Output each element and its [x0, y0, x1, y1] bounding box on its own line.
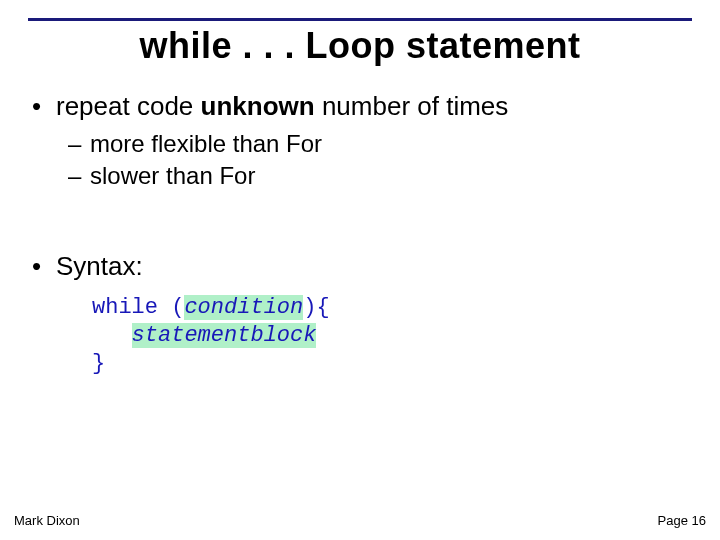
footer: Mark Dixon Page 16: [14, 513, 706, 528]
sub-list: – more flexible than For – slower than F…: [68, 128, 692, 193]
bullet-text-bold: unknown: [201, 91, 315, 121]
sub-text: more flexible than For: [90, 128, 322, 160]
sub-text: slower than For: [90, 160, 255, 192]
code-placeholder: statementblock: [132, 323, 317, 348]
bullet-text: Syntax:: [56, 251, 692, 282]
code-line: statementblock: [92, 322, 692, 350]
code-line: while (condition){: [92, 294, 692, 322]
bullet-item: • Syntax:: [28, 251, 692, 282]
code-block: while (condition){ statementblock }: [92, 294, 692, 378]
bullet-text-post: number of times: [315, 91, 509, 121]
bullet-text-pre: Syntax:: [56, 251, 143, 281]
slide-content: • repeat code unknown number of times – …: [28, 91, 692, 378]
code-kw: ){: [303, 295, 329, 320]
dash-icon: –: [68, 160, 90, 192]
code-kw: while (: [92, 295, 184, 320]
footer-page: Page 16: [658, 513, 706, 528]
bullet-text-pre: repeat code: [56, 91, 201, 121]
header-rule: [28, 18, 692, 21]
spacer: [28, 193, 692, 251]
sub-item: – more flexible than For: [68, 128, 692, 160]
slide-title: while . . . Loop statement: [0, 25, 720, 67]
code-placeholder: condition: [184, 295, 303, 320]
bullet-dot: •: [28, 91, 56, 122]
footer-author: Mark Dixon: [14, 513, 80, 528]
sub-item: – slower than For: [68, 160, 692, 192]
code-indent: [92, 323, 132, 348]
bullet-dot: •: [28, 251, 56, 282]
code-line: }: [92, 350, 692, 378]
bullet-item: • repeat code unknown number of times: [28, 91, 692, 122]
dash-icon: –: [68, 128, 90, 160]
bullet-text: repeat code unknown number of times: [56, 91, 692, 122]
